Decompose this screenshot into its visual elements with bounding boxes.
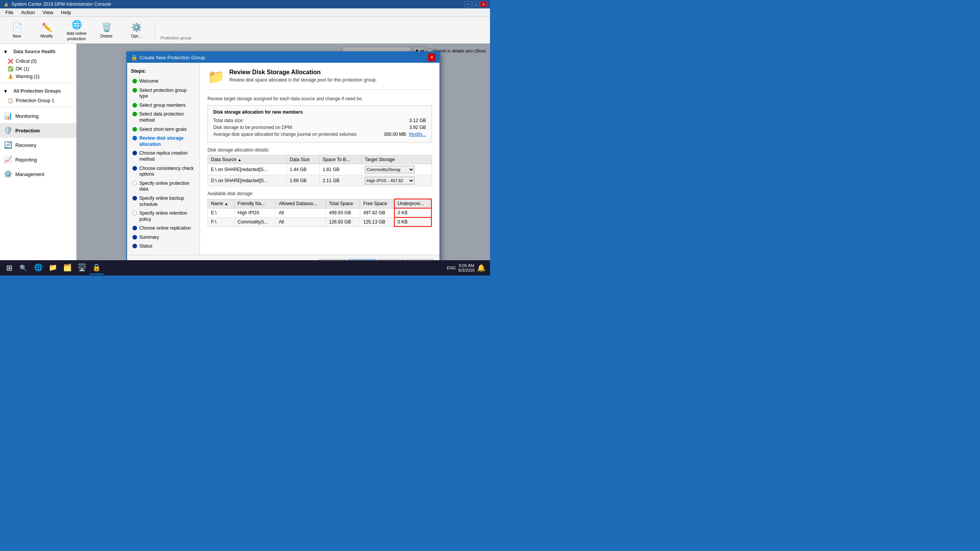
step-dot-2	[132, 88, 137, 93]
avail-col-friendly[interactable]: Friendly Na...	[234, 199, 275, 208]
step-label-4: Select data protection method	[139, 111, 196, 123]
toolbar-separator	[155, 21, 155, 40]
avail-col-free[interactable]: Free Space	[360, 199, 394, 208]
step-dot-7	[132, 151, 137, 155]
close-button[interactable]: ✕	[480, 1, 487, 7]
sidebar-item-critical[interactable]: ❌ Critical (0)	[0, 57, 76, 65]
toolbar-optimize-button[interactable]: ⚙️ Opt...	[123, 20, 149, 40]
data-source-health-title: Data Source Health	[10, 47, 59, 56]
step-online-backup[interactable]: Specify online backup schedule	[127, 194, 199, 209]
nav-reporting[interactable]: 📈 Reporting	[0, 152, 76, 167]
expand-icon-2: ▼	[3, 88, 8, 94]
start-button[interactable]: ⊞	[2, 261, 17, 275]
col-target-storage[interactable]: Target Storage	[361, 155, 431, 164]
avail-col-total[interactable]: Total Space	[326, 199, 360, 208]
col-space-to-b[interactable]: Space To B...	[319, 155, 361, 164]
avail-col-friendly-label: Friendly Na...	[238, 201, 265, 206]
menu-action[interactable]: Action	[17, 9, 39, 16]
avail-underprov-1: 0 KB	[394, 208, 431, 217]
menu-file[interactable]: File	[2, 9, 17, 16]
col-data-source[interactable]: Data Source ▲	[208, 155, 287, 164]
taskbar-sys: ENG 9:05 AM 8/3/2016 🔔	[447, 263, 488, 272]
col-data-size[interactable]: Data Size	[286, 155, 319, 164]
nav-management[interactable]: ⚙️ Management	[0, 167, 76, 181]
step-dot-8	[132, 166, 137, 171]
steps-title: Steps:	[127, 67, 199, 77]
minimize-button[interactable]: ─	[465, 1, 472, 7]
dialog-content-title: Review Disk Storage Allocation	[229, 69, 377, 76]
protection-groups-toggle[interactable]: ▼ All Protection Groups	[0, 85, 76, 97]
avail-underprov-2: 0 KB	[394, 217, 431, 227]
notification-icon[interactable]: 🔔	[477, 264, 485, 272]
step-online-retention[interactable]: Specify online retention policy	[127, 209, 199, 224]
taskbar-dpm[interactable]: 🔒	[90, 261, 103, 275]
taskbar-powershell[interactable]: 🖥️	[75, 261, 89, 275]
step-dot-14	[132, 244, 137, 248]
step-select-protection-type[interactable]: Select protection group type	[127, 86, 199, 101]
modify-icon: ✏️	[41, 21, 53, 34]
step-consistency-check[interactable]: Choose consistency check options	[127, 164, 199, 179]
allocation-details-table: Data Source ▲ Data Size Space To B...	[207, 155, 432, 186]
target-storage-select-2[interactable]: CommodityStorag High IPOS - 497.82	[365, 177, 415, 184]
avail-col-name-sort: ▲	[224, 202, 228, 206]
step-online-replication[interactable]: Choose online replication	[127, 224, 199, 233]
nav-protection[interactable]: 🛡️ Protection	[0, 123, 76, 138]
step-welcome[interactable]: Welcome	[127, 77, 199, 86]
new-icon: 📄	[11, 21, 23, 34]
avail-free-2: 125.13 GB	[360, 217, 394, 227]
menu-help[interactable]: Help	[57, 9, 75, 16]
data-source-health-toggle[interactable]: ▼ Data Source Health	[0, 46, 76, 57]
toolbar-delete-button[interactable]: 🗑️ Delete	[93, 20, 119, 40]
taskbar-search-button[interactable]: 🔍	[18, 261, 29, 275]
avail-name-2: F:\	[208, 217, 235, 227]
taskbar-lang: ENG	[447, 266, 456, 270]
nav-monitoring[interactable]: 📊 Monitoring	[0, 109, 76, 123]
taskbar-edge[interactable]: 🌐	[31, 261, 45, 275]
provision-label: Disk storage to be provisoned on DPM:	[213, 125, 293, 130]
step-summary[interactable]: Summary	[127, 233, 199, 242]
alloc-target-2[interactable]: CommodityStorag High IPOS - 497.82	[361, 175, 431, 186]
step-status[interactable]: Status	[127, 242, 199, 251]
step-replica-creation[interactable]: Choose replica creation method	[127, 149, 199, 164]
step-online-protection[interactable]: Specify online protection data	[127, 179, 199, 194]
toolbar-add-online-button[interactable]: 🌐 Add onlineprotection	[64, 17, 90, 42]
toolbar-new-label: New	[13, 34, 21, 39]
app-icon: 🔒	[3, 1, 9, 7]
alloc-space-2: 2.11 GB	[319, 175, 361, 186]
alloc-target-1[interactable]: CommodityStorag High IPOS - 497.82	[361, 164, 431, 175]
avail-col-name[interactable]: Name ▲	[208, 199, 235, 208]
available-storage-label: Available disk storage:	[207, 191, 432, 196]
step-select-data-protection[interactable]: Select data protection method	[127, 110, 199, 125]
step-dot-4	[132, 112, 137, 116]
create-protection-group-dialog: 🔒 Create New Protection Group ✕ Steps: W…	[126, 51, 440, 260]
step-short-term-goals[interactable]: Select short-term goals	[127, 125, 199, 134]
sidebar-item-warning[interactable]: ⚠️ Warning (1)	[0, 73, 76, 80]
menu-view[interactable]: View	[39, 9, 57, 16]
step-review-disk[interactable]: Review disk storage allocation	[127, 134, 199, 149]
target-storage-select-1[interactable]: CommodityStorag High IPOS - 497.82	[365, 166, 415, 173]
total-data-value: 3.12 GB	[409, 118, 426, 123]
avail-col-name-label: Name	[211, 201, 223, 206]
col-data-source-label: Data Source	[211, 157, 237, 162]
step-select-group-members[interactable]: Select group members	[127, 101, 199, 110]
maximize-button[interactable]: □	[472, 1, 479, 7]
taskbar-explorer[interactable]: 📁	[46, 261, 60, 275]
menu-bar: File Action View Help	[0, 8, 490, 17]
avail-total-2: 126.93 GB	[326, 217, 360, 227]
allocation-row-total: Total data size: 3.12 GB	[213, 118, 426, 123]
expand-icon: ▼	[3, 49, 8, 55]
toolbar-modify-button[interactable]: ✏️ Modify	[34, 20, 60, 40]
toolbar-new-button[interactable]: 📄 New	[4, 20, 30, 40]
dialog-close-button[interactable]: ✕	[428, 54, 436, 61]
avail-col-allowed[interactable]: Allowed Datasou...	[276, 199, 326, 208]
sidebar-item-ok[interactable]: ✅ OK (1)	[0, 65, 76, 73]
warning-icon: ⚠️	[8, 74, 13, 79]
avail-free-1: 497.82 GB	[360, 208, 394, 217]
allocation-box: Disk storage allocation for new members …	[207, 105, 432, 143]
taskbar-taskview[interactable]: 🗂️	[60, 261, 74, 275]
nav-recovery[interactable]: 🔄 Recovery	[0, 138, 76, 152]
avail-col-underprov[interactable]: Underprovi...	[394, 199, 431, 208]
modify-link[interactable]: Modify...	[409, 132, 426, 137]
critical-icon: ❌	[8, 59, 13, 64]
sidebar-item-protection-group-1[interactable]: 📋 Protection Group 1	[0, 97, 76, 104]
